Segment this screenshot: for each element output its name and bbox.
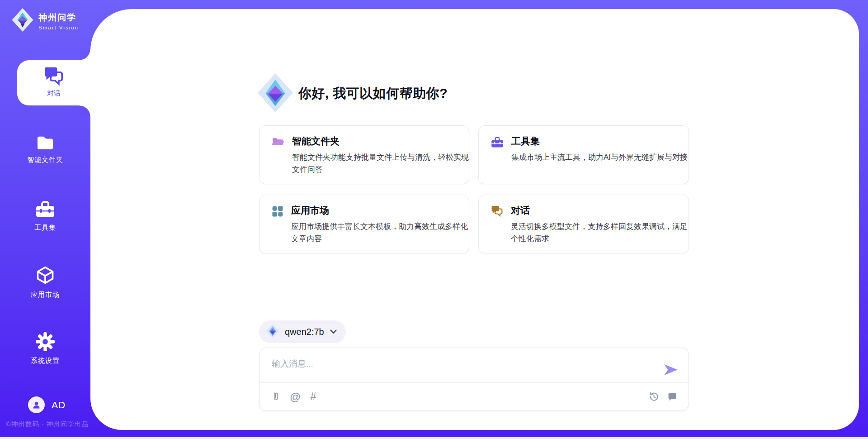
sidebar-item-market[interactable]: 应用市场 <box>0 265 90 299</box>
card-desc: 智能文件夹功能支持批量文件上传与清洗，轻松实现文件问答 <box>292 151 475 176</box>
card-desc: 集成市场上主流工具，助力AI与外界无缝扩展与对接 <box>511 151 694 163</box>
card-desc: 灵活切换多模型文件，支持多样回复效果调试，满足个性化需求 <box>511 220 694 245</box>
history-icon[interactable] <box>649 391 659 402</box>
sidebar-item-label: 工具集 <box>0 224 90 232</box>
sidebar-item-chat[interactable]: 对话 <box>17 60 90 105</box>
chat-bubbles-icon <box>43 67 64 87</box>
chat-bubbles-icon <box>491 205 503 219</box>
brand-logo: 神州问学 Smart Vision <box>12 8 79 33</box>
person-avatar-icon <box>28 396 45 413</box>
card-title: 工具集 <box>511 135 694 148</box>
sidebar: 神州问学 Smart Vision 对话 智能文件夹 <box>0 0 90 439</box>
sidebar-item-label: 对话 <box>17 89 90 98</box>
sidebar-item-label: 智能文件夹 <box>0 156 90 164</box>
card-app-market[interactable]: 应用市场 应用市场提供丰富长文本模板，助力高效生成多样化文章内容 <box>259 195 469 253</box>
mention-icon[interactable]: @ <box>290 391 301 403</box>
diamond-logo-icon <box>12 8 33 33</box>
brand-subtitle: Smart Vision <box>38 25 79 30</box>
app-grid-icon <box>272 205 283 219</box>
card-title: 智能文件夹 <box>292 135 475 148</box>
sidebar-item-label: 应用市场 <box>0 291 90 299</box>
composer-toolbar: @ # <box>259 382 689 410</box>
card-desc: 应用市场提供丰富长文本模板，助力高效生成多样化文章内容 <box>291 220 474 245</box>
message-composer: @ # <box>259 348 689 411</box>
page-bottom-edge <box>0 437 868 439</box>
feedback-bubble-icon[interactable] <box>667 392 677 401</box>
briefcase-icon <box>491 136 504 150</box>
chevron-down-icon <box>330 328 337 336</box>
model-name: qwen2:7b <box>285 327 324 337</box>
send-arrow-icon[interactable] <box>664 364 678 377</box>
main-content-panel: 你好, 我可以如何帮助你? 智能文件夹 智能文件夹功能支持批量文件上传与清洗，轻… <box>90 9 859 430</box>
user-initials: AD <box>52 400 66 410</box>
hash-icon[interactable]: # <box>310 391 316 403</box>
message-input[interactable] <box>259 348 639 378</box>
attachment-icon[interactable] <box>271 391 280 402</box>
greeting-text: 你好, 我可以如何帮助你? <box>298 85 448 103</box>
folder-icon <box>36 144 55 152</box>
open-folder-icon <box>272 136 284 149</box>
brand-diamond-large-icon <box>258 73 293 114</box>
card-title: 应用市场 <box>291 204 474 217</box>
card-title: 对话 <box>511 204 694 217</box>
greeting-block: 你好, 我可以如何帮助你? <box>258 73 448 114</box>
briefcase-icon <box>35 212 55 220</box>
sidebar-item-folders[interactable]: 智能文件夹 <box>0 134 90 164</box>
sidebar-item-settings[interactable]: 系统设置 <box>0 332 90 365</box>
card-smart-folder[interactable]: 智能文件夹 智能文件夹功能支持批量文件上传与清洗，轻松实现文件问答 <box>259 125 469 184</box>
feature-cards: 智能文件夹 智能文件夹功能支持批量文件上传与清洗，轻松实现文件问答 工具集 集成… <box>259 125 689 253</box>
model-diamond-icon <box>266 324 279 340</box>
card-toolset[interactable]: 工具集 集成市场上主流工具，助力AI与外界无缝扩展与对接 <box>478 125 689 184</box>
sidebar-item-tools[interactable]: 工具集 <box>0 200 90 232</box>
card-chat[interactable]: 对话 灵活切换多模型文件，支持多样回复效果调试，满足个性化需求 <box>478 195 689 253</box>
model-selector[interactable]: qwen2:7b <box>259 320 346 343</box>
copyright-text: ©神州数码 · 神州问学出品 <box>6 420 89 429</box>
composer-toolbar-right <box>649 391 677 402</box>
user-account[interactable]: AD <box>28 396 66 413</box>
sidebar-item-label: 系统设置 <box>0 357 90 365</box>
brand-name: 神州问学 <box>38 12 79 24</box>
tab-fillet-top <box>80 49 90 60</box>
gear-icon <box>36 345 55 353</box>
tab-fillet-bottom <box>80 105 90 116</box>
cube-icon <box>35 279 55 286</box>
